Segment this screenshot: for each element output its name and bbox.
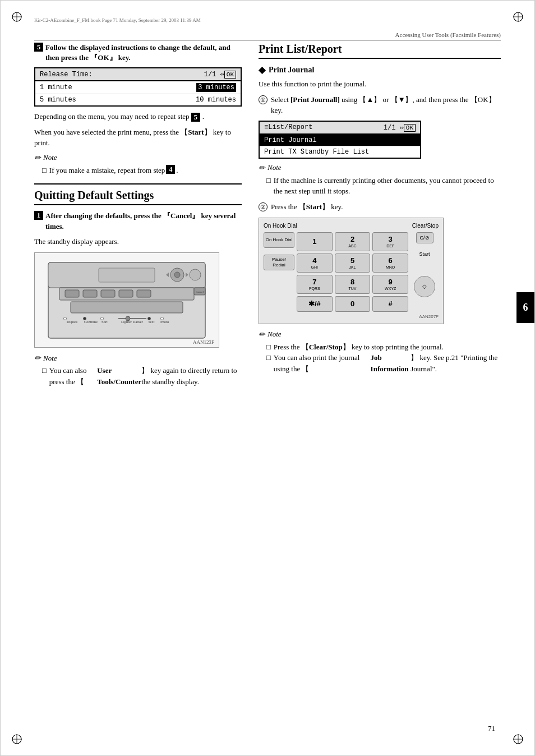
header-title: Accessing User Tools (Facsimile Features… — [395, 31, 501, 38]
printer-diagram: Cancel Duplex Combine Sort Lighter Darke… — [34, 252, 219, 348]
key-7: 7PQRS — [297, 275, 333, 294]
key-pause-redial: Pause/Redial — [264, 255, 294, 270]
pj-lcd-title-row: ≡List/Report 1/1 ⇔OK — [260, 122, 420, 135]
svg-rect-14 — [71, 302, 183, 313]
lcd-nav: 1/1 ⇔OK — [204, 70, 236, 79]
step5-body1: Depending on the menu, you may need to r… — [34, 111, 242, 122]
note-label: Note — [43, 153, 57, 162]
page-number: 71 — [488, 724, 495, 733]
key-8: 8TUV — [335, 275, 371, 294]
pencil-icon-4: ✏ — [259, 330, 265, 339]
keypad-label-clearstop: Clear/Stop — [412, 223, 439, 229]
keypad-left-labels: On Hook Dial Pause/Redial — [264, 232, 294, 312]
keypad-row3: 7PQRS 8TUV 9WXYZ — [297, 275, 408, 294]
pj-lcd-row1-text: Print Journal — [264, 136, 317, 144]
key-1: 1 — [297, 232, 333, 251]
pj-lcd-row2: Print TX Standby File List — [260, 146, 420, 158]
svg-text:Sort: Sort — [102, 320, 108, 324]
tab-number: 6 — [523, 302, 528, 314]
keypad-rows: On Hook Dial Pause/Redial 1 2ABC 3DEF — [264, 232, 439, 312]
note-header: ✏ Note — [34, 153, 242, 163]
lcd-row1-right: 3 minutes — [196, 83, 236, 92]
svg-point-36 — [84, 317, 86, 320]
keypad-title-bar: On Hook Dial Clear/Stop — [264, 223, 439, 229]
pj-step2-text: Press the 【Start】 key. — [271, 201, 343, 213]
svg-text:Text: Text — [148, 320, 155, 324]
pj-note1-header: ✏ Note — [259, 163, 501, 173]
key-6: 6MNO — [372, 253, 408, 273]
diamond-icon: ◆ — [259, 64, 265, 75]
pj-note2-header: ✏ Note — [259, 330, 501, 339]
svg-text:Photo: Photo — [160, 320, 169, 324]
quitting-note-header: ✏ Note — [34, 353, 242, 363]
lcd-row-1: 1 minute 3 minutes — [35, 81, 241, 94]
pj-step1-num: ① — [259, 95, 268, 104]
key-3: 3DEF — [372, 232, 408, 251]
svg-point-38 — [148, 317, 151, 320]
svg-rect-17 — [83, 290, 97, 297]
quitting-note: ✏ Note You can also press the 【User Tool… — [34, 353, 242, 387]
key-start: ◇ — [414, 276, 435, 297]
step5-number: 5 — [34, 43, 43, 52]
keypad-row4: ✱/# 0 # — [297, 296, 408, 312]
quitting-note-item: You can also press the 【User Tools/Count… — [34, 365, 242, 387]
lcd-row1-left: 1 minute — [40, 84, 196, 91]
step5-text: Follow the displayed instructions to cha… — [45, 43, 242, 63]
keypad-img-label: AAN207F — [264, 314, 439, 319]
svg-rect-16 — [65, 290, 79, 297]
quitting-step1-text: After changing the defaults, press the 『… — [45, 211, 242, 231]
key-onhook: On Hook Dial — [264, 232, 294, 248]
key-5: 5JKL — [335, 253, 371, 273]
pj-note2-item1: Press the 【Clear/Stop】 key to stop print… — [259, 342, 501, 353]
svg-point-39 — [161, 317, 164, 320]
quitting-title: Quitting Default Settings — [34, 189, 242, 205]
lcd-row2-right: 10 minutes — [196, 96, 236, 104]
svg-text:Duplex: Duplex — [67, 320, 78, 324]
pj-lcd-row2-text: Print TX Standby File List — [264, 148, 369, 156]
quitting-note-label: Note — [43, 354, 57, 363]
key-hash: # — [372, 296, 408, 312]
right-column: Print List/Report ◆ Print Journal Use th… — [259, 43, 501, 391]
svg-text:Cancel: Cancel — [196, 291, 204, 293]
pencil-icon: ✏ — [34, 153, 41, 163]
svg-rect-18 — [101, 290, 115, 297]
pencil-icon-2: ✏ — [34, 353, 41, 363]
print-list-report-title: Print List/Report — [259, 43, 501, 59]
key-star: ✱/# — [297, 296, 333, 312]
corner-mark-tr — [512, 11, 524, 23]
tab-marker: 6 — [516, 292, 534, 323]
page: Kir-C2-AEcombine_F_FM.book Page 71 Monda… — [0, 0, 535, 756]
printer-svg: Cancel Duplex Combine Sort Lighter Darke… — [43, 257, 211, 344]
quitting-step1-num: 1 — [34, 211, 43, 220]
corner-mark-br — [512, 733, 524, 745]
key-clearstop: C/⊘ — [416, 232, 433, 243]
key-start-label: Start — [419, 251, 430, 257]
pj-step1-note: ✏ Note If the machine is currently print… — [259, 163, 501, 197]
printer-image-label: AAN123F — [193, 339, 214, 345]
pj-lcd: ≡List/Report 1/1 ⇔OK Print Journal Print… — [259, 121, 421, 159]
two-column-layout: 5 Follow the displayed instructions to c… — [34, 43, 501, 391]
print-journal-title: Print Journal — [269, 66, 314, 75]
left-column: 5 Follow the displayed instructions to c… — [34, 43, 242, 391]
svg-rect-20 — [137, 290, 151, 297]
svg-point-37 — [101, 317, 104, 320]
quitting-section: Quitting Default Settings 1 After changi… — [34, 183, 242, 387]
corner-mark-bl — [11, 733, 23, 745]
keypad-row1: 1 2ABC 3DEF — [297, 232, 408, 251]
pj-lcd-nav: 1/1 ⇔OK — [384, 123, 416, 132]
step5-lcd: Release Time: 1/1 ⇔OK 1 minute 3 minutes… — [34, 67, 242, 107]
note-item-1: If you make a mistake, repeat from step … — [34, 165, 242, 176]
svg-text:Lighter Darker: Lighter Darker — [121, 320, 144, 324]
pj-step2: ② Press the 【Start】 key. — [259, 201, 501, 213]
key-9: 9WXYZ — [372, 275, 408, 294]
pj-note1-item: If the machine is currently printing oth… — [259, 175, 501, 197]
lcd-title: Release Time: — [40, 71, 93, 79]
pj-note1-label: Note — [268, 163, 282, 172]
pj-step2-num: ② — [259, 202, 268, 211]
file-info: Kir-C2-AEcombine_F_FM.book Page 71 Monda… — [34, 17, 201, 23]
pj-step2-note: ✏ Note Press the 【Clear/Stop】 key to sto… — [259, 330, 501, 375]
lcd-title-row: Release Time: 1/1 ⇔OK — [35, 68, 241, 81]
svg-point-23 — [174, 272, 180, 278]
svg-rect-19 — [119, 290, 133, 297]
svg-point-28 — [190, 269, 201, 280]
